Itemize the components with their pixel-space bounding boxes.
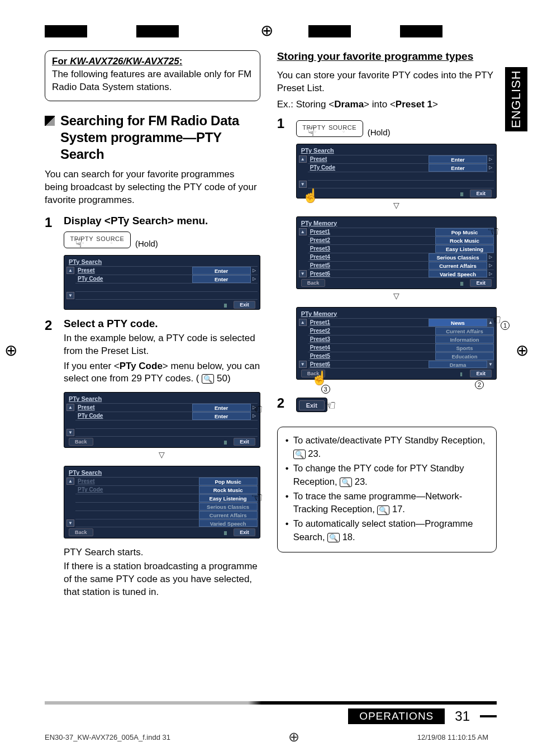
page-ref-icon: 🔍 bbox=[293, 450, 306, 459]
screen-title: PTy Search bbox=[66, 468, 258, 477]
crosshair-right-icon: ⊕ bbox=[516, 341, 529, 360]
note-model-label: KW-AVX726/KW-AVX725 bbox=[70, 56, 179, 67]
crosshair-bottom-icon: ⊕ bbox=[288, 729, 299, 745]
row-label: PTy Code bbox=[75, 412, 192, 420]
row-value: Current Affairs bbox=[435, 327, 494, 335]
right-step-2-number: 2 bbox=[277, 395, 291, 411]
exit-button: Exit bbox=[470, 370, 492, 377]
finger-icon: ☜ bbox=[251, 490, 263, 505]
submenu-arrow-icon: ▷ bbox=[251, 267, 258, 275]
storing-example: Ex.: Storing <Drama> into <Preset 1> bbox=[277, 98, 497, 111]
button-diagram: TP/PTY SOURCE ○○ ☟ bbox=[296, 120, 363, 137]
flow-arrow-icon: ▽ bbox=[64, 450, 260, 459]
storing-heading: Storing your favorite programme types bbox=[277, 50, 497, 63]
row-value: Education bbox=[435, 352, 494, 360]
flow-arrow-icon: ▽ bbox=[296, 201, 497, 210]
row-value: Serious Classics bbox=[429, 253, 487, 261]
pty-search-screen-r1: PTy Search ▲ ▼ Preset Enter ▷ bbox=[296, 144, 497, 199]
row-value: Varied Speech bbox=[199, 519, 258, 527]
back-button: Back bbox=[69, 438, 93, 446]
row-label: Preset bbox=[308, 155, 429, 163]
pty-search-screen-1: PTy Search ▲ ▼ Preset Enter ▷ bbox=[64, 255, 260, 310]
flow-arrow-icon: ▽ bbox=[296, 291, 497, 300]
right-step-1-number: 1 bbox=[277, 116, 291, 131]
row-label: Preset5 bbox=[308, 352, 435, 360]
finger-icon: ☜ bbox=[489, 312, 502, 328]
finger-icon: ☟ bbox=[75, 237, 82, 250]
hold-label: (Hold) bbox=[135, 239, 158, 248]
pty-memory-screen-2: PTy Memory ▲ ▼ Preset1News▲ Preset2Curre… bbox=[296, 307, 497, 380]
section-divider-bar bbox=[45, 701, 497, 705]
row-value: Information bbox=[435, 336, 494, 343]
row-value: Enter bbox=[192, 267, 251, 275]
row-value: Sports bbox=[435, 344, 494, 352]
scroll-down-icon: ▼ bbox=[66, 519, 74, 527]
scroll-down-icon: ▼ bbox=[66, 292, 74, 299]
row-value: Current Affairs bbox=[199, 511, 258, 519]
page-ref-icon: 🔍 bbox=[202, 374, 214, 384]
row-label: Preset2 bbox=[308, 237, 435, 244]
submenu-arrow-icon: ▷ bbox=[487, 164, 494, 172]
row-label: Preset3 bbox=[308, 336, 435, 343]
submenu-arrow-icon: ▷ bbox=[487, 270, 494, 277]
row-label: PTy Code bbox=[75, 275, 192, 283]
row-label: Preset6 bbox=[308, 361, 429, 368]
note-for-label: For bbox=[52, 56, 67, 67]
screen-title: PTy Search bbox=[66, 257, 258, 266]
screen-title: PTy Search bbox=[299, 146, 494, 155]
row-label: Preset5 bbox=[308, 262, 429, 270]
screen-title: PTy Memory bbox=[299, 219, 494, 228]
row-value: Enter bbox=[429, 164, 487, 172]
exit-button: Exit bbox=[470, 190, 492, 197]
crosshair-left-icon: ⊕ bbox=[4, 341, 17, 360]
row-value: News bbox=[429, 319, 487, 327]
storing-intro: You can store your favorite PTY codes in… bbox=[277, 69, 497, 95]
section-heading: Searching for FM Radio Data System progr… bbox=[45, 112, 260, 163]
scroll-up-icon: ▲ bbox=[66, 478, 74, 485]
row-label: Preset6 bbox=[308, 270, 429, 277]
row-value: Easy Listening bbox=[435, 245, 494, 253]
row-label: Preset3 bbox=[308, 245, 435, 253]
row-value: Enter bbox=[192, 275, 251, 283]
step-1-number: 1 bbox=[45, 215, 58, 230]
scroll-down-icon: ▼ bbox=[299, 270, 307, 277]
note-text: The following features are available onl… bbox=[52, 68, 253, 94]
row-label: Preset1 bbox=[308, 319, 429, 327]
row-value: Enter bbox=[429, 155, 487, 163]
submenu-arrow-icon: ▷ bbox=[251, 275, 258, 283]
screen-title: PTy Search bbox=[66, 394, 258, 403]
bullet-item: To change the PTY code for PTY Standby R… bbox=[285, 462, 488, 489]
callout-2: 2 bbox=[475, 380, 484, 389]
pty-search-screen-3: PTy Search ▲ ▼ PresetPop Music PTy CodeR… bbox=[64, 466, 260, 538]
submenu-arrow-icon: ▷ bbox=[487, 253, 494, 261]
bullet-item: To activate/deactivate PTY Standby Recep… bbox=[285, 434, 488, 461]
row-label: Preset1 bbox=[308, 228, 435, 236]
scroll-down-icon: ▼ bbox=[299, 181, 307, 188]
page-number-line bbox=[480, 715, 497, 717]
hold-label: (Hold) bbox=[368, 127, 391, 137]
row-label: PTy Code bbox=[308, 164, 429, 172]
print-metadata: EN30-37_KW-AVX726_005A_f.indd 31 ⊕ 12/19… bbox=[45, 729, 488, 745]
row-value: Drama bbox=[429, 361, 487, 368]
row-value: Easy Listening bbox=[199, 494, 258, 502]
scroll-up-icon: ▲ bbox=[299, 228, 307, 235]
back-button: Back bbox=[69, 528, 93, 536]
callout-3: 3 bbox=[321, 385, 330, 394]
step-1-title: Display <PTy Search> menu. bbox=[64, 215, 260, 227]
scroll-down-icon: ▼ bbox=[66, 429, 74, 436]
screen-title: PTy Memory bbox=[299, 309, 494, 318]
row-label bbox=[75, 503, 199, 511]
button-diagram: TP/PTY SOURCE ○○ ☟ bbox=[64, 231, 131, 248]
exit-pill: Exit bbox=[296, 398, 327, 412]
step-2-body-2: If you enter <PTy Code> menu below, you … bbox=[64, 360, 260, 386]
finger-icon: ☜ bbox=[487, 224, 499, 239]
row-value: Rock Music bbox=[435, 237, 494, 244]
row-value: Enter bbox=[192, 412, 251, 420]
step-2-title: Select a PTY code. bbox=[64, 318, 260, 330]
row-label: Preset2 bbox=[308, 327, 435, 335]
exit-button: Exit bbox=[234, 301, 255, 309]
finger-icon: ☜ bbox=[324, 398, 336, 413]
pty-search-screen-2: PTy Search ▲ ▼ Preset Enter ▷ bbox=[64, 392, 260, 448]
footer-timestamp: 12/19/08 11:10:15 AM bbox=[417, 733, 488, 741]
scroll-down-icon: ▼ bbox=[299, 361, 307, 368]
